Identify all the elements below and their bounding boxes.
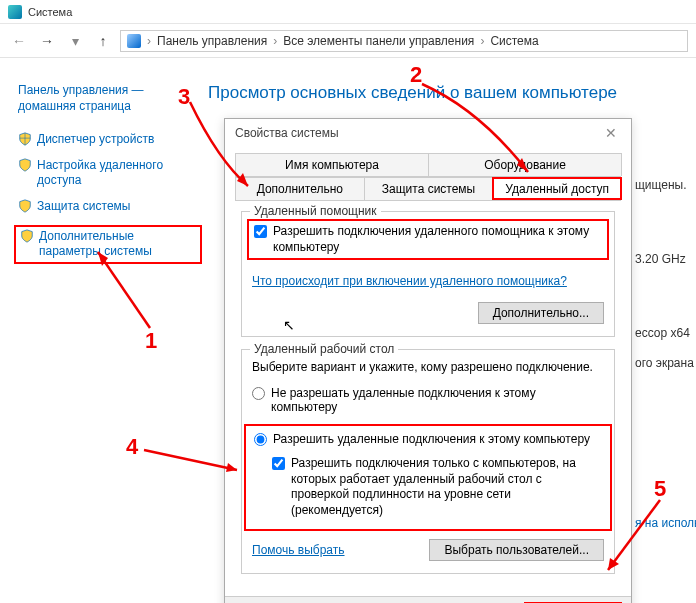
shield-icon xyxy=(18,199,32,213)
nav-up-button[interactable]: ↑ xyxy=(92,30,114,52)
rd-radio-allow[interactable]: Разрешить удаленные подключения к этому … xyxy=(254,432,602,446)
remote-desktop-group: Удаленный рабочий стол Выберите вариант … xyxy=(241,349,615,573)
dialog-footer: OK Отмена Применить xyxy=(225,596,631,603)
control-panel-home-link[interactable]: Панель управления — домашняя страница xyxy=(18,83,198,114)
system-properties-dialog: Свойства системы ✕ Имя компьютера Оборуд… xyxy=(224,118,632,603)
nav-forward-button[interactable]: → xyxy=(36,30,58,52)
nav-back-button[interactable]: ← xyxy=(8,30,30,52)
remote-assistance-help-link[interactable]: Что происходит при включении удаленного … xyxy=(252,274,567,288)
tab-hardware[interactable]: Оборудование xyxy=(428,153,622,176)
radio-label: Разрешить удаленные подключения к этому … xyxy=(273,432,590,446)
tab-remote-access[interactable]: Удаленный доступ xyxy=(492,177,622,200)
explorer-navbar: ← → ▾ ↑ › Панель управления › Все элемен… xyxy=(0,24,696,58)
breadcrumb[interactable]: › Панель управления › Все элементы панел… xyxy=(120,30,688,52)
tab-advanced[interactable]: Дополнительно xyxy=(235,177,365,200)
close-icon[interactable]: ✕ xyxy=(601,125,621,141)
rd-radio-disallow[interactable]: Не разрешать удаленные подключения к это… xyxy=(252,386,604,414)
window-titlebar: Система xyxy=(0,0,696,24)
allow-remote-assistance-checkbox[interactable]: Разрешить подключения удаленного помощни… xyxy=(254,224,602,255)
nav-recent-button[interactable]: ▾ xyxy=(64,30,86,52)
window-title: Система xyxy=(28,6,72,18)
chevron-right-icon: › xyxy=(147,34,151,48)
group-legend: Удаленный помощник xyxy=(250,204,381,218)
checkbox-label: Разрешить подключения удаленного помощни… xyxy=(273,224,602,255)
monitor-icon xyxy=(127,34,141,48)
radio-label: Не разрешать удаленные подключения к это… xyxy=(271,386,604,414)
rd-help-choose-link[interactable]: Помочь выбрать xyxy=(252,543,345,557)
remote-assistance-advanced-button[interactable]: Дополнительно... xyxy=(478,302,604,324)
chevron-right-icon: › xyxy=(273,34,277,48)
breadcrumb-item[interactable]: Все элементы панели управления xyxy=(283,34,474,48)
sidebar-item-label: Защита системы xyxy=(37,199,130,215)
shield-icon xyxy=(18,132,32,146)
background-info: щищены. 3.20 GHz ессор x64 ого экрана я … xyxy=(635,170,696,538)
shield-icon xyxy=(20,229,34,243)
page-title: Просмотр основных сведений о вашем компь… xyxy=(208,83,676,103)
sidebar-item-advanced-settings[interactable]: Дополнительные параметры системы xyxy=(14,225,202,264)
sidebar-item-label: Диспетчер устройств xyxy=(37,132,154,148)
rd-nla-checkbox[interactable]: Разрешить подключения только с компьютер… xyxy=(272,456,602,518)
sidebar-item-device-manager[interactable]: Диспетчер устройств xyxy=(18,132,198,148)
group-legend: Удаленный рабочий стол xyxy=(250,342,398,356)
select-users-button[interactable]: Выбрать пользователей... xyxy=(429,539,604,561)
breadcrumb-item[interactable]: Система xyxy=(490,34,538,48)
dialog-title: Свойства системы xyxy=(235,126,339,140)
dialog-titlebar: Свойства системы ✕ xyxy=(225,119,631,147)
chevron-right-icon: › xyxy=(480,34,484,48)
rd-instruction-text: Выберите вариант и укажите, кому разреше… xyxy=(252,360,604,374)
remote-assistance-group: Удаленный помощник Разрешить подключения… xyxy=(241,211,615,337)
sidebar-item-remote-settings[interactable]: Настройка удаленного доступа xyxy=(18,158,198,189)
shield-icon xyxy=(18,158,32,172)
sidebar-item-label: Дополнительные параметры системы xyxy=(39,229,196,260)
sidebar: Панель управления — домашняя страница Ди… xyxy=(0,58,208,603)
breadcrumb-item[interactable]: Панель управления xyxy=(157,34,267,48)
sidebar-item-label: Настройка удаленного доступа xyxy=(37,158,198,189)
tab-system-protection[interactable]: Защита системы xyxy=(364,177,494,200)
tab-computer-name[interactable]: Имя компьютера xyxy=(235,153,429,176)
checkbox-input[interactable] xyxy=(254,225,267,238)
system-icon xyxy=(8,5,22,19)
radio-input[interactable] xyxy=(254,433,267,446)
sidebar-item-system-protection[interactable]: Защита системы xyxy=(18,199,198,215)
checkbox-input[interactable] xyxy=(272,457,285,470)
checkbox-label: Разрешить подключения только с компьютер… xyxy=(291,456,602,518)
radio-input[interactable] xyxy=(252,387,265,400)
